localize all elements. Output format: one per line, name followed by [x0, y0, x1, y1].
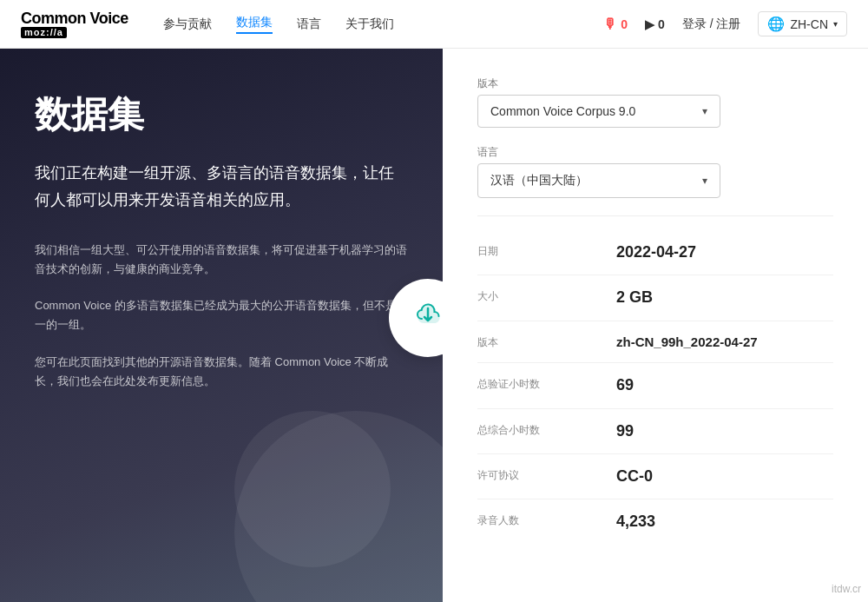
- page-desc-3: 您可在此页面找到其他的开源语音数据集。随着 Common Voice 不断成长，…: [35, 353, 408, 391]
- table-row: 版本zh-CN_99h_2022-04-27: [477, 321, 833, 364]
- play-icon: ▶: [645, 17, 654, 31]
- globe-icon: 🌐: [767, 16, 785, 32]
- play-count-value: 0: [658, 17, 665, 31]
- table-row: 大小2 GB: [477, 275, 833, 321]
- nav-contribute[interactable]: 参与贡献: [163, 17, 212, 32]
- logo-bottom-text: moz://a: [21, 27, 67, 38]
- data-key: 日期: [477, 242, 616, 259]
- data-value: 99: [616, 421, 833, 441]
- site-logo[interactable]: Common Voice moz://a: [21, 10, 128, 38]
- data-key: 许可协议: [477, 466, 616, 483]
- page-desc-2: Common Voice 的多语言数据集已经成为最大的公开语音数据集，但不是唯一…: [35, 296, 408, 334]
- table-row: 录音人数4,233: [477, 499, 833, 544]
- right-panel: 版本 Common Voice Corpus 9.0 ▾ 语言 汉语（中国大陆）…: [443, 49, 868, 602]
- lang-chevron-icon: ▾: [833, 19, 838, 29]
- version-dropdown[interactable]: Common Voice Corpus 9.0 ▾: [477, 95, 720, 128]
- mic-count-display: 🎙 0: [603, 17, 628, 32]
- page-subtitle: 我们正在构建一组开源、多语言的语音数据集，让任何人都可以用来开发语音相关的应用。: [35, 160, 408, 213]
- left-panel: 数据集 我们正在构建一组开源、多语言的语音数据集，让任何人都可以用来开发语音相关…: [0, 49, 443, 602]
- data-table: 日期2022-04-27大小2 GB版本zh-CN_99h_2022-04-27…: [477, 230, 833, 545]
- nav-links: 参与贡献 数据集 语言 关于我们: [163, 15, 604, 34]
- version-dropdown-value: Common Voice Corpus 9.0: [490, 104, 635, 118]
- data-value: 69: [616, 375, 833, 395]
- mic-count-value: 0: [621, 17, 628, 31]
- data-value: CC-0: [616, 466, 833, 486]
- data-key: 录音人数: [477, 512, 616, 528]
- nav-languages[interactable]: 语言: [297, 17, 321, 32]
- main-layout: 数据集 我们正在构建一组开源、多语言的语音数据集，让任何人都可以用来开发语音相关…: [0, 49, 868, 602]
- data-key: 总综合小时数: [477, 421, 616, 438]
- language-selector[interactable]: 🌐 ZH-CN ▾: [758, 11, 847, 36]
- navbar: Common Voice moz://a 参与贡献 数据集 语言 关于我们 🎙 …: [0, 0, 868, 49]
- language-dropdown[interactable]: 汉语（中国大陆） ▾: [477, 163, 720, 198]
- data-key: 大小: [477, 288, 616, 304]
- language-dropdown-group: 语言 汉语（中国大陆） ▾: [477, 145, 833, 198]
- navbar-right: 🎙 0 ▶ 0 登录 / 注册 🌐 ZH-CN ▾: [603, 11, 847, 36]
- language-dropdown-label: 语言: [477, 145, 833, 160]
- language-dropdown-value: 汉语（中国大陆）: [490, 173, 588, 189]
- data-value: 2 GB: [616, 288, 833, 308]
- nav-about[interactable]: 关于我们: [345, 17, 394, 32]
- data-value: zh-CN_99h_2022-04-27: [616, 334, 833, 351]
- table-row: 总验证小时数69: [477, 363, 833, 408]
- logo-top-text: Common Voice: [21, 10, 128, 26]
- data-key: 版本: [477, 334, 616, 350]
- data-value: 2022-04-27: [616, 242, 833, 262]
- page-title: 数据集: [35, 90, 408, 139]
- nav-datasets[interactable]: 数据集: [236, 15, 273, 34]
- play-count-display: ▶ 0: [645, 17, 665, 31]
- version-chevron-icon: ▾: [702, 105, 707, 117]
- download-circle[interactable]: [389, 279, 443, 357]
- page-desc-1: 我们相信一组大型、可公开使用的语音数据集，将可促进基于机器学习的语音技术的创新，…: [35, 241, 408, 279]
- section-divider: [477, 215, 833, 216]
- table-row: 许可协议CC-0: [477, 454, 833, 499]
- login-button[interactable]: 登录 / 注册: [682, 17, 741, 32]
- lang-label: ZH-CN: [790, 17, 828, 31]
- table-row: 日期2022-04-27: [477, 230, 833, 275]
- mic-icon: 🎙: [603, 17, 617, 32]
- version-dropdown-group: 版本 Common Voice Corpus 9.0 ▾: [477, 76, 833, 128]
- data-key: 总验证小时数: [477, 375, 616, 392]
- data-value: 4,233: [616, 512, 833, 532]
- version-dropdown-label: 版本: [477, 76, 833, 91]
- download-cloud-icon: [411, 296, 443, 339]
- language-chevron-icon: ▾: [702, 175, 707, 187]
- table-row: 总综合小时数99: [477, 409, 833, 454]
